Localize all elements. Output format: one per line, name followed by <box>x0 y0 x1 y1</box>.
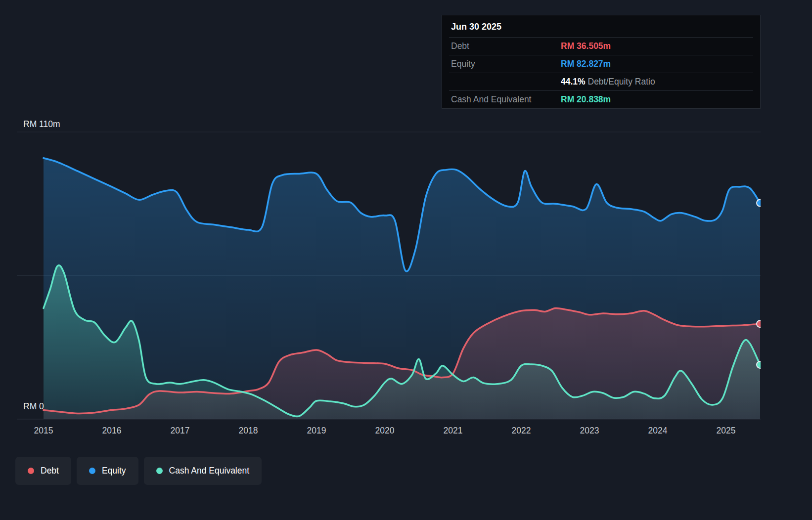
x-axis: 2015201620172018201920202021202220232024… <box>0 426 812 437</box>
debt-legend-dot-icon <box>28 468 34 474</box>
legend-item-debt[interactable]: Debt <box>15 457 71 485</box>
tooltip-debt-value: RM 36.505m <box>561 41 611 51</box>
series-endpoint-debt <box>757 320 764 327</box>
x-tick-2022: 2022 <box>512 426 531 436</box>
legend-item-equity[interactable]: Equity <box>77 457 138 485</box>
tooltip-cash-value: RM 20.838m <box>561 94 611 105</box>
y-axis-label-bottom: RM 0 <box>23 401 44 412</box>
tooltip-date: Jun 30 2025 <box>449 15 753 37</box>
chart-legend: DebtEquityCash And Equivalent <box>15 457 262 485</box>
x-tick-2021: 2021 <box>444 426 463 436</box>
series-endpoint-cash-and-equivalent <box>757 361 764 368</box>
tooltip-cash-row: Cash And Equivalent RM 20.838m <box>449 90 753 108</box>
tooltip-equity-label: Equity <box>451 59 561 69</box>
x-tick-2025: 2025 <box>717 426 736 436</box>
equity-legend-dot-icon <box>89 468 95 474</box>
x-tick-2023: 2023 <box>580 426 599 436</box>
x-tick-2019: 2019 <box>307 426 326 436</box>
y-axis-label-top: RM 110m <box>23 119 60 130</box>
legend-label: Debt <box>41 466 59 476</box>
tooltip-equity-value: RM 82.827m <box>561 59 611 69</box>
tooltip-ratio-value: 44.1% Debt/Equity Ratio <box>561 77 655 87</box>
tooltip-debt-row: Debt RM 36.505m <box>449 37 753 55</box>
x-tick-2017: 2017 <box>171 426 190 436</box>
tooltip-cash-label: Cash And Equivalent <box>451 94 561 105</box>
x-tick-2015: 2015 <box>34 426 53 436</box>
x-tick-2016: 2016 <box>102 426 122 436</box>
legend-label: Cash And Equivalent <box>169 466 249 476</box>
legend-label: Equity <box>102 466 126 476</box>
x-tick-2020: 2020 <box>375 426 395 436</box>
x-tick-2024: 2024 <box>648 426 668 436</box>
series-endpoint-equity <box>757 200 764 207</box>
tooltip-debt-label: Debt <box>451 41 561 51</box>
tooltip-equity-row: Equity RM 82.827m <box>449 55 753 73</box>
tooltip-ratio-row: 44.1% Debt/Equity Ratio <box>449 73 753 90</box>
tooltip: Jun 30 2025 Debt RM 36.505m Equity RM 82… <box>442 15 761 109</box>
cash-and-equivalent-legend-dot-icon <box>156 468 163 474</box>
x-tick-2018: 2018 <box>239 426 258 436</box>
legend-item-cash-and-equivalent[interactable]: Cash And Equivalent <box>144 457 262 485</box>
